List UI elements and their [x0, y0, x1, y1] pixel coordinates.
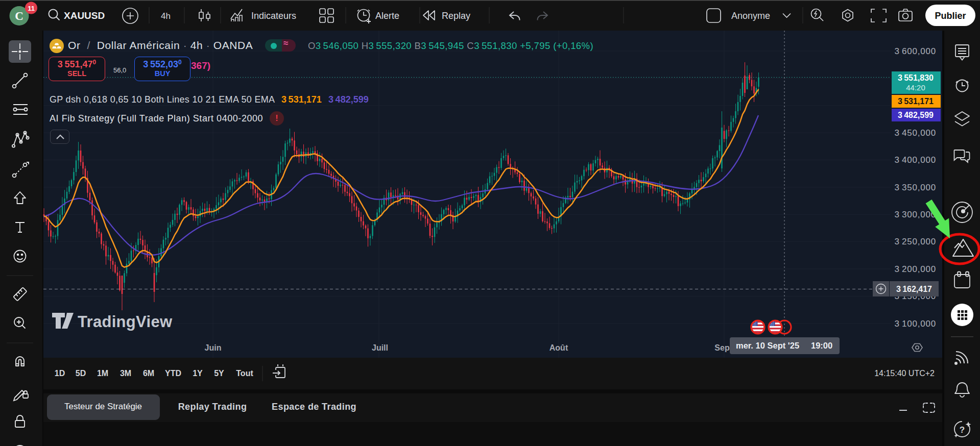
- svg-text:44:20: 44:20: [906, 83, 925, 92]
- svg-text:Juill: Juill: [372, 343, 388, 352]
- svg-text:19:00: 19:00: [811, 341, 832, 350]
- svg-text:11: 11: [28, 5, 35, 12]
- svg-text:3 551,830: 3 551,830: [898, 73, 934, 82]
- svg-text:mer. 10 Sept '25: mer. 10 Sept '25: [736, 341, 799, 350]
- svg-text:C: C: [15, 10, 23, 22]
- svg-text:3 600,000: 3 600,000: [894, 46, 936, 56]
- svg-text:3 450,000: 3 450,000: [894, 128, 936, 138]
- svg-text:Août: Août: [549, 343, 568, 352]
- svg-text:TradingView: TradingView: [78, 313, 173, 331]
- svg-text:3 482,599: 3 482,599: [898, 111, 934, 119]
- svg-text:Juin: Juin: [205, 343, 222, 352]
- svg-text:3 400,000: 3 400,000: [894, 155, 936, 165]
- svg-text:?: ?: [960, 425, 965, 435]
- svg-text:3 100,000: 3 100,000: [894, 319, 936, 329]
- svg-text:Sep: Sep: [714, 343, 730, 352]
- svg-text:3 531,171: 3 531,171: [898, 97, 934, 106]
- svg-text:Publier: Publier: [935, 11, 966, 21]
